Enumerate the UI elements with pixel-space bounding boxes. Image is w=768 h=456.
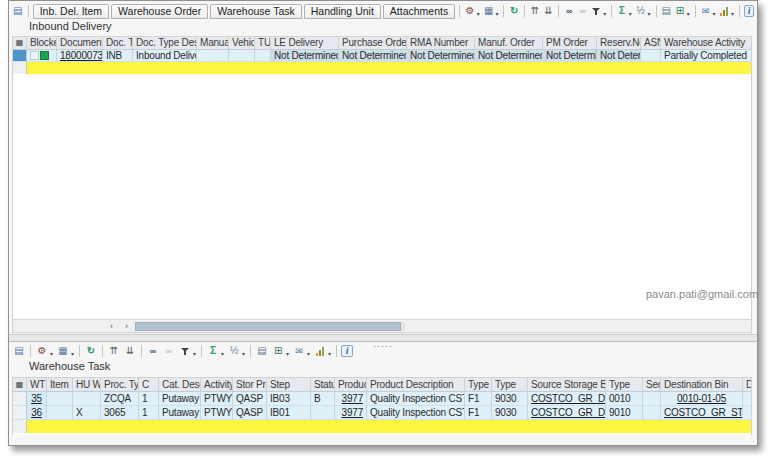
scrollbar-track[interactable]: ····· bbox=[135, 322, 405, 331]
column-header-step[interactable]: Step bbox=[267, 378, 311, 392]
scrollbar-thumb[interactable]: ····· bbox=[135, 322, 401, 331]
column-header-pm-order[interactable]: PM Order bbox=[543, 37, 597, 50]
column-header-type1[interactable]: Type bbox=[465, 378, 492, 392]
sum-icon[interactable]: Σ bbox=[206, 344, 220, 358]
pane-splitter[interactable]: ····· bbox=[9, 334, 757, 342]
find-next-icon[interactable]: ∞ bbox=[162, 344, 176, 358]
document-link[interactable]: 180000732 bbox=[57, 50, 103, 62]
sum-icon[interactable]: Σ bbox=[616, 4, 628, 18]
wt-link[interactable]: 35 bbox=[27, 392, 47, 406]
chevron-down-icon[interactable]: ▾ bbox=[477, 10, 480, 17]
sort-descending-icon[interactable]: ⇊ bbox=[543, 4, 555, 18]
grid-view-icon[interactable]: ▤ bbox=[12, 344, 26, 358]
empty-entry-cell[interactable] bbox=[27, 62, 752, 74]
row-selector[interactable] bbox=[13, 62, 27, 74]
sort-ascending-icon[interactable]: ⇈ bbox=[529, 4, 541, 18]
row-selector[interactable] bbox=[13, 50, 27, 62]
chevron-down-icon[interactable]: ▾ bbox=[307, 350, 310, 357]
chevron-down-icon[interactable]: ▾ bbox=[71, 350, 74, 357]
subtotal-icon[interactable]: ½ bbox=[635, 4, 647, 18]
column-header-stor-proc[interactable]: Stor Proc. bbox=[233, 378, 267, 392]
print-icon[interactable]: ▤ bbox=[255, 344, 269, 358]
grid-corner-button[interactable]: ▦ bbox=[13, 37, 27, 50]
column-header-activity[interactable]: Activity bbox=[201, 378, 233, 392]
column-header-dest-truncated[interactable]: Dest bbox=[743, 378, 752, 392]
new-entry-row[interactable] bbox=[13, 420, 752, 433]
mail-export-icon[interactable]: ✉ bbox=[700, 4, 712, 18]
wt-link[interactable]: 36 bbox=[27, 406, 47, 420]
chevron-down-icon[interactable]: ▾ bbox=[193, 350, 196, 357]
settings-gear-icon[interactable]: ⚙ bbox=[35, 344, 49, 358]
source-bin-link[interactable]: COSTCO_GR_DOOR bbox=[528, 392, 606, 406]
tab-handling-unit[interactable]: Handling Unit bbox=[304, 4, 381, 19]
column-header-doc-type-desc[interactable]: Doc. Type Desc. bbox=[133, 37, 197, 50]
grid-corner-button[interactable]: ▦ bbox=[13, 378, 27, 392]
chevron-down-icon[interactable]: ▾ bbox=[328, 350, 331, 357]
column-header-le-delivery[interactable]: LE Delivery bbox=[271, 37, 339, 50]
column-header-wt[interactable]: WT bbox=[27, 378, 47, 392]
column-header-tu[interactable]: TU bbox=[255, 37, 271, 50]
form-view-icon[interactable]: ▤ bbox=[12, 4, 24, 18]
column-header-blocked[interactable]: Blocked bbox=[27, 37, 57, 50]
column-header-manuf-order[interactable]: Manuf. Order bbox=[475, 37, 543, 50]
tab-warehouse-task[interactable]: Warehouse Task bbox=[210, 4, 302, 19]
chart-icon[interactable] bbox=[313, 344, 327, 358]
refresh-icon[interactable]: ↻ bbox=[84, 344, 98, 358]
info-icon[interactable]: i bbox=[341, 345, 353, 357]
export-spreadsheet-icon[interactable]: ⊞ bbox=[271, 344, 285, 358]
row-selector[interactable] bbox=[13, 406, 27, 420]
source-bin-link[interactable]: COSTCO_GR_DOOR bbox=[528, 406, 606, 420]
column-header-product[interactable]: Product bbox=[335, 378, 367, 392]
column-header-purchase-order[interactable]: Purchase Order bbox=[339, 37, 407, 50]
find-icon[interactable]: ∞ bbox=[563, 4, 575, 18]
scroll-left-arrow[interactable]: ‹ bbox=[105, 322, 118, 332]
tab-warehouse-order[interactable]: Warehouse Order bbox=[111, 4, 208, 19]
chevron-down-icon[interactable]: ▾ bbox=[495, 10, 498, 17]
refresh-icon[interactable]: ↻ bbox=[508, 4, 520, 18]
tab-attachments[interactable]: Attachments bbox=[383, 4, 455, 19]
row-selector[interactable] bbox=[13, 420, 27, 433]
column-header-product-description[interactable]: Product Description bbox=[367, 378, 465, 392]
column-header-asn[interactable]: ASN bbox=[641, 37, 661, 50]
filter-icon[interactable] bbox=[591, 4, 603, 18]
chevron-down-icon[interactable]: ▾ bbox=[648, 10, 651, 17]
column-header-rma-number[interactable]: RMA Number bbox=[407, 37, 475, 50]
mail-export-icon[interactable]: ✉ bbox=[292, 344, 306, 358]
layout-views-icon[interactable]: ▦ bbox=[56, 344, 70, 358]
chevron-down-icon[interactable]: ▾ bbox=[603, 10, 606, 17]
product-link[interactable]: 3977 bbox=[335, 406, 367, 420]
layout-views-icon[interactable]: ▦ bbox=[483, 4, 495, 18]
destination-bin-link[interactable]: COSTCO_GR_STAGE bbox=[661, 406, 743, 420]
sort-descending-icon[interactable]: ⇊ bbox=[123, 344, 137, 358]
sort-ascending-icon[interactable]: ⇈ bbox=[107, 344, 121, 358]
column-header-cat-desc[interactable]: Cat. Desc. bbox=[159, 378, 201, 392]
chevron-down-icon[interactable]: ▾ bbox=[731, 10, 734, 17]
column-header-sec[interactable]: Sec. bbox=[643, 378, 661, 392]
find-icon[interactable]: ∞ bbox=[146, 344, 160, 358]
row-selector[interactable] bbox=[13, 392, 27, 406]
column-header-manually[interactable]: Manually bbox=[197, 37, 229, 50]
filter-icon[interactable] bbox=[178, 344, 192, 358]
scroll-right-arrow[interactable]: › bbox=[120, 322, 133, 332]
column-header-reserv-no[interactable]: Reserv.No. bbox=[597, 37, 641, 50]
destination-bin-link[interactable]: 0010-01-05 bbox=[661, 392, 743, 406]
export-spreadsheet-icon[interactable]: ⊞ bbox=[674, 4, 686, 18]
column-header-c[interactable]: C bbox=[139, 378, 159, 392]
find-next-icon[interactable]: ∞ bbox=[577, 4, 589, 18]
column-header-destination-bin[interactable]: Destination Bin bbox=[661, 378, 743, 392]
column-header-warehouse-activity[interactable]: Warehouse Activity bbox=[661, 37, 752, 50]
chart-icon[interactable] bbox=[718, 4, 730, 18]
chevron-down-icon[interactable]: ▾ bbox=[286, 350, 289, 357]
column-header-vehicle[interactable]: Vehicle bbox=[229, 37, 255, 50]
column-header-item[interactable]: Item bbox=[47, 378, 73, 392]
product-link[interactable]: 3977 bbox=[335, 392, 367, 406]
column-header-hu-wt[interactable]: HU WT bbox=[73, 378, 101, 392]
settings-gear-icon[interactable]: ⚙ bbox=[464, 4, 476, 18]
column-header-proc-type[interactable]: Proc. Type bbox=[101, 378, 139, 392]
column-header-type3[interactable]: Type bbox=[606, 378, 643, 392]
print-icon[interactable]: ▤ bbox=[661, 4, 673, 18]
subtotal-icon[interactable]: ½ bbox=[227, 344, 241, 358]
new-entry-row[interactable] bbox=[13, 62, 752, 74]
column-header-status[interactable]: Status bbox=[311, 378, 335, 392]
column-header-document[interactable]: Document bbox=[57, 37, 103, 50]
